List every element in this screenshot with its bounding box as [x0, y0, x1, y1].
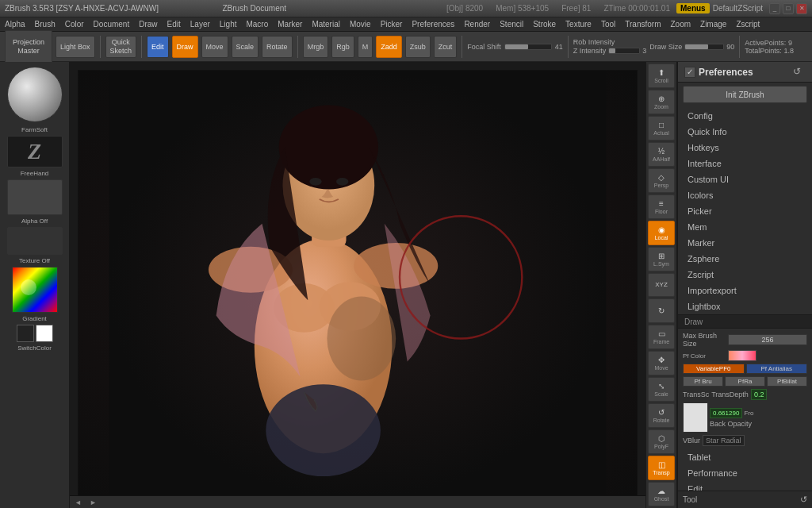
texture-preview[interactable] [7, 227, 63, 255]
lsym-button[interactable]: ⊞ L.Sym [648, 247, 675, 271]
pf-bru-button[interactable]: Pf Bru [683, 376, 723, 387]
menu-transform[interactable]: Transform [623, 19, 662, 29]
pref-custom-ui[interactable]: Custom UI [678, 171, 812, 187]
canvas-nav-right[interactable]: ► [90, 498, 97, 506]
pf-antialias-button[interactable]: Pf Antialias [746, 364, 808, 374]
menu-material[interactable]: Material [310, 19, 342, 29]
pf-ra-button[interactable]: PfRa [725, 376, 765, 387]
frame-button[interactable]: ▭ Frame [648, 325, 675, 349]
scale-button[interactable]: Scale [232, 36, 259, 58]
background-color[interactable] [36, 325, 53, 342]
alpha-preview[interactable] [7, 179, 63, 215]
trans-depth-value[interactable]: 0.2 [751, 389, 768, 400]
zcut-button[interactable]: Zcut [434, 36, 458, 58]
minimize-button[interactable]: _ [769, 3, 780, 14]
zoom-button[interactable]: ⊕ Zoom [648, 90, 675, 114]
pref-marker[interactable]: Marker [678, 235, 812, 251]
focal-slider[interactable] [504, 44, 552, 50]
foreground-color[interactable] [17, 325, 34, 342]
pref-performance[interactable]: Performance [678, 465, 812, 481]
menu-stencil[interactable]: Stencil [498, 19, 525, 29]
menu-light[interactable]: Light [218, 19, 239, 29]
pref-config[interactable]: Config [678, 108, 812, 124]
pref-zsphere[interactable]: Zsphere [678, 251, 812, 267]
persp-button[interactable]: ◇ Persp [648, 168, 675, 193]
menu-zscript[interactable]: Zscript [734, 19, 761, 29]
star-radial-button[interactable]: Star Radial [703, 435, 745, 446]
ghost-button[interactable]: ☁ Ghost [648, 482, 675, 506]
local-button[interactable]: ◉ Local [648, 221, 675, 245]
menu-movie[interactable]: Movie [348, 19, 373, 29]
init-zbr-button[interactable]: Init ZBrush [683, 86, 807, 103]
rotate-button[interactable]: Rotate [262, 36, 293, 58]
move-tool-button[interactable]: ✥ Move [648, 351, 675, 375]
menu-texture[interactable]: Texture [564, 19, 593, 29]
pref-tablet[interactable]: Tablet [678, 449, 812, 465]
scale-tool-button[interactable]: ⤡ Scale [648, 377, 675, 402]
quick-sketch-button[interactable]: QuickSketch [105, 36, 137, 58]
edit-button[interactable]: Edit [147, 36, 169, 58]
zadd-button[interactable]: Zadd [376, 36, 402, 58]
menu-stroke[interactable]: Stroke [531, 19, 557, 29]
trans-num-value[interactable]: 0.661290 [710, 408, 742, 418]
m-button[interactable]: M [358, 36, 373, 58]
menu-draw[interactable]: Draw [137, 19, 159, 29]
menu-zimage[interactable]: Zimage [699, 19, 728, 29]
z-intensity-slider[interactable] [608, 48, 640, 54]
menu-alpha[interactable]: Alpha [3, 19, 27, 29]
menu-tool[interactable]: Tool [599, 19, 617, 29]
pref-picker[interactable]: Picker [678, 203, 812, 219]
menu-macro[interactable]: Macro [244, 19, 270, 29]
move-button[interactable]: Move [201, 36, 228, 58]
pf-billat-button[interactable]: PfBillat [767, 376, 807, 387]
figure-canvas[interactable] [79, 71, 637, 499]
draw-size-slider[interactable] [684, 44, 724, 50]
projection-master-button[interactable]: ProjectionMaster [5, 30, 52, 64]
menu-marker[interactable]: Marker [276, 19, 304, 29]
transp-button[interactable]: ◫ Transp [648, 456, 675, 480]
rgb-button[interactable]: Rgb [331, 36, 354, 58]
rotate-view-button[interactable]: ↻ [648, 298, 675, 323]
pref-importexport[interactable]: Importexport [678, 283, 812, 298]
pref-check-icon[interactable]: ✓ [684, 67, 695, 78]
variable-pf0-button[interactable]: VariablePF0 [683, 364, 745, 374]
mrgb-button[interactable]: Mrgb [303, 36, 329, 58]
max-brush-size-value[interactable]: 256 [728, 334, 807, 345]
pref-hotkeys[interactable]: Hotkeys [678, 140, 812, 156]
pref-interface[interactable]: Interface [678, 156, 812, 171]
canvas-area[interactable]: ◄ ► [70, 62, 645, 508]
pref-zscript[interactable]: Zscript [678, 267, 812, 283]
zsub-button[interactable]: Zsub [405, 36, 431, 58]
maximize-button[interactable]: □ [783, 3, 794, 14]
polyf-button[interactable]: ⬡ PolyF [648, 429, 675, 454]
pf-color-swatch[interactable] [728, 350, 756, 361]
menu-picker[interactable]: Picker [379, 19, 404, 29]
brush-sphere-1[interactable] [7, 67, 63, 122]
menus-button[interactable]: Menus [676, 3, 710, 13]
pref-lightbox[interactable]: Lightbox [678, 298, 812, 314]
menu-zoom[interactable]: Zoom [668, 19, 692, 29]
canvas-nav-left[interactable]: ◄ [75, 498, 82, 506]
menu-layer[interactable]: Layer [189, 19, 212, 29]
menu-edit[interactable]: Edit [166, 19, 182, 29]
pref-edit[interactable]: Edit [678, 481, 812, 491]
preferences-refresh-icon[interactable]: ↺ [793, 66, 806, 79]
pref-quick-info[interactable]: Quick Info [678, 124, 812, 140]
draw-button[interactable]: Draw [172, 36, 198, 58]
footer-refresh-icon[interactable]: ↺ [800, 495, 807, 505]
actual-button[interactable]: □ Actual [648, 116, 675, 140]
xyz-button[interactable]: XYZ [648, 273, 675, 298]
menu-document[interactable]: Document [92, 19, 132, 29]
menu-render[interactable]: Render [462, 19, 492, 29]
menu-color[interactable]: Color [63, 19, 86, 29]
rotate-tool-button[interactable]: ↺ Rotate [648, 403, 675, 428]
stroke-preview[interactable]: Z [7, 136, 63, 167]
pref-icolors[interactable]: Icolors [678, 187, 812, 203]
light-box-button[interactable]: Light Box [56, 36, 95, 58]
menu-brush[interactable]: Brush [33, 19, 57, 29]
pref-mem[interactable]: Mem [678, 219, 812, 235]
floor-button[interactable]: ≡ Floor [648, 194, 675, 219]
menu-preferences[interactable]: Preferences [410, 19, 456, 29]
scroll-button[interactable]: ⬆ Scroll [648, 64, 675, 88]
close-button[interactable]: ✕ [796, 3, 807, 14]
